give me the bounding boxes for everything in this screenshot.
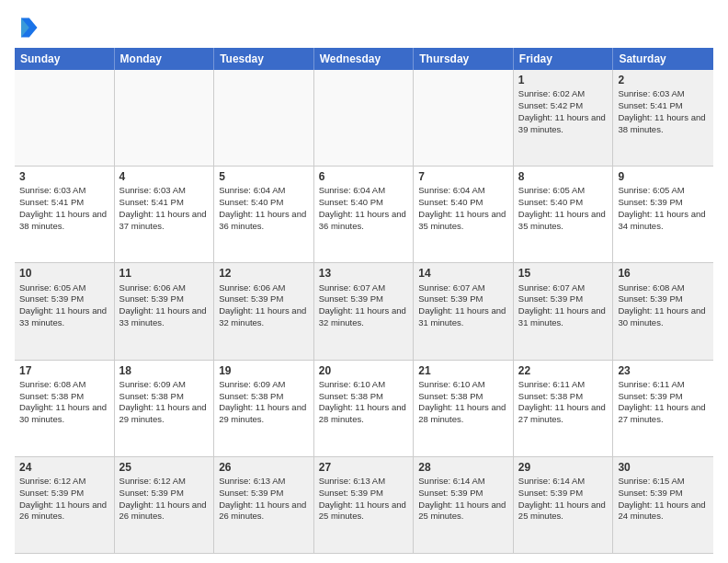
calendar-day: 11Sunrise: 6:06 AM Sunset: 5:39 PM Dayli… [115, 263, 215, 360]
day-number: 24 [19, 460, 109, 475]
day-number: 21 [418, 363, 508, 378]
day-number: 12 [219, 266, 309, 281]
day-number: 25 [119, 460, 210, 475]
empty-cell [414, 70, 514, 167]
calendar-day: 28Sunrise: 6:14 AM Sunset: 5:39 PM Dayli… [414, 457, 514, 554]
calendar-day: 2Sunrise: 6:03 AM Sunset: 5:41 PM Daylig… [613, 70, 713, 167]
calendar-day: 16Sunrise: 6:08 AM Sunset: 5:39 PM Dayli… [613, 263, 713, 360]
calendar-day: 20Sunrise: 6:10 AM Sunset: 5:38 PM Dayli… [314, 361, 415, 457]
calendar-day: 8Sunrise: 6:05 AM Sunset: 5:40 PM Daylig… [514, 167, 614, 263]
day-number: 9 [618, 169, 709, 184]
weekday-header: Sunday [15, 48, 115, 70]
calendar-day: 14Sunrise: 6:07 AM Sunset: 5:39 PM Dayli… [414, 263, 514, 360]
day-info: Sunrise: 6:10 AM Sunset: 5:38 PM Dayligh… [418, 379, 506, 424]
calendar-day: 4Sunrise: 6:03 AM Sunset: 5:41 PM Daylig… [115, 167, 215, 263]
calendar-day: 19Sunrise: 6:09 AM Sunset: 5:38 PM Dayli… [214, 361, 314, 457]
day-number: 11 [119, 266, 210, 281]
weekday-header: Wednesday [314, 48, 415, 70]
day-number: 13 [319, 266, 409, 281]
day-info: Sunrise: 6:07 AM Sunset: 5:39 PM Dayligh… [518, 282, 606, 327]
day-number: 26 [219, 460, 309, 475]
day-info: Sunrise: 6:11 AM Sunset: 5:38 PM Dayligh… [518, 379, 606, 424]
day-number: 10 [19, 266, 109, 281]
calendar-day: 6Sunrise: 6:04 AM Sunset: 5:40 PM Daylig… [314, 167, 415, 263]
day-info: Sunrise: 6:14 AM Sunset: 5:39 PM Dayligh… [418, 476, 506, 521]
calendar-day: 1Sunrise: 6:02 AM Sunset: 5:42 PM Daylig… [514, 70, 614, 167]
calendar-day: 3Sunrise: 6:03 AM Sunset: 5:41 PM Daylig… [15, 167, 115, 263]
calendar-day: 23Sunrise: 6:11 AM Sunset: 5:39 PM Dayli… [613, 361, 713, 457]
weekday-header: Tuesday [214, 48, 314, 70]
calendar-day: 30Sunrise: 6:15 AM Sunset: 5:39 PM Dayli… [613, 457, 713, 554]
day-info: Sunrise: 6:10 AM Sunset: 5:38 PM Dayligh… [319, 379, 406, 424]
day-info: Sunrise: 6:13 AM Sunset: 5:39 PM Dayligh… [219, 476, 306, 521]
day-info: Sunrise: 6:07 AM Sunset: 5:39 PM Dayligh… [418, 282, 506, 327]
day-info: Sunrise: 6:06 AM Sunset: 5:39 PM Dayligh… [219, 282, 306, 327]
day-number: 15 [518, 266, 609, 281]
header [15, 15, 713, 40]
day-info: Sunrise: 6:03 AM Sunset: 5:41 PM Dayligh… [19, 185, 107, 230]
calendar-body: 1Sunrise: 6:02 AM Sunset: 5:42 PM Daylig… [15, 70, 713, 554]
day-number: 27 [319, 460, 409, 475]
calendar-day: 21Sunrise: 6:10 AM Sunset: 5:38 PM Dayli… [414, 361, 514, 457]
day-info: Sunrise: 6:06 AM Sunset: 5:39 PM Dayligh… [119, 282, 207, 327]
day-info: Sunrise: 6:12 AM Sunset: 5:39 PM Dayligh… [19, 476, 107, 521]
day-number: 5 [219, 169, 309, 184]
day-number: 18 [119, 363, 210, 378]
calendar-day: 25Sunrise: 6:12 AM Sunset: 5:39 PM Dayli… [115, 457, 215, 554]
empty-cell [115, 70, 215, 167]
day-info: Sunrise: 6:05 AM Sunset: 5:40 PM Dayligh… [518, 185, 606, 230]
calendar-day: 5Sunrise: 6:04 AM Sunset: 5:40 PM Daylig… [214, 167, 314, 263]
page: SundayMondayTuesdayWednesdayThursdayFrid… [0, 0, 728, 563]
day-number: 7 [418, 169, 508, 184]
day-number: 29 [518, 460, 609, 475]
day-number: 6 [319, 169, 409, 184]
day-info: Sunrise: 6:02 AM Sunset: 5:42 PM Dayligh… [518, 88, 606, 133]
weekday-header: Monday [115, 48, 215, 70]
calendar-day: 26Sunrise: 6:13 AM Sunset: 5:39 PM Dayli… [214, 457, 314, 554]
calendar-day: 24Sunrise: 6:12 AM Sunset: 5:39 PM Dayli… [15, 457, 115, 554]
calendar-day: 13Sunrise: 6:07 AM Sunset: 5:39 PM Dayli… [314, 263, 415, 360]
day-number: 4 [119, 169, 210, 184]
calendar-day: 15Sunrise: 6:07 AM Sunset: 5:39 PM Dayli… [514, 263, 614, 360]
weekday-header: Friday [514, 48, 614, 70]
weekday-header: Saturday [613, 48, 713, 70]
day-info: Sunrise: 6:11 AM Sunset: 5:39 PM Dayligh… [618, 379, 705, 424]
day-info: Sunrise: 6:12 AM Sunset: 5:39 PM Dayligh… [119, 476, 207, 521]
day-number: 1 [518, 73, 609, 87]
day-info: Sunrise: 6:04 AM Sunset: 5:40 PM Dayligh… [319, 185, 406, 230]
day-info: Sunrise: 6:13 AM Sunset: 5:39 PM Dayligh… [319, 476, 406, 521]
day-info: Sunrise: 6:08 AM Sunset: 5:38 PM Dayligh… [19, 379, 107, 424]
day-number: 17 [19, 363, 109, 378]
day-info: Sunrise: 6:08 AM Sunset: 5:39 PM Dayligh… [618, 282, 705, 327]
day-number: 3 [19, 169, 109, 184]
day-info: Sunrise: 6:04 AM Sunset: 5:40 PM Dayligh… [219, 185, 306, 230]
day-number: 2 [618, 73, 709, 87]
empty-cell [314, 70, 415, 167]
day-info: Sunrise: 6:09 AM Sunset: 5:38 PM Dayligh… [119, 379, 207, 424]
weekday-header: Thursday [414, 48, 514, 70]
calendar-day: 22Sunrise: 6:11 AM Sunset: 5:38 PM Dayli… [514, 361, 614, 457]
day-info: Sunrise: 6:03 AM Sunset: 5:41 PM Dayligh… [119, 185, 207, 230]
calendar: SundayMondayTuesdayWednesdayThursdayFrid… [15, 48, 713, 554]
day-info: Sunrise: 6:07 AM Sunset: 5:39 PM Dayligh… [319, 282, 406, 327]
day-number: 30 [618, 460, 709, 475]
day-info: Sunrise: 6:05 AM Sunset: 5:39 PM Dayligh… [19, 282, 107, 327]
day-info: Sunrise: 6:04 AM Sunset: 5:40 PM Dayligh… [418, 185, 506, 230]
day-number: 22 [518, 363, 609, 378]
empty-cell [15, 70, 115, 167]
logo [15, 15, 44, 40]
day-number: 16 [618, 266, 709, 281]
logo-icon [15, 15, 40, 40]
day-number: 23 [618, 363, 709, 378]
calendar-day: 17Sunrise: 6:08 AM Sunset: 5:38 PM Dayli… [15, 361, 115, 457]
calendar-day: 27Sunrise: 6:13 AM Sunset: 5:39 PM Dayli… [314, 457, 415, 554]
empty-cell [214, 70, 314, 167]
day-number: 14 [418, 266, 508, 281]
calendar-day: 18Sunrise: 6:09 AM Sunset: 5:38 PM Dayli… [115, 361, 215, 457]
calendar-header: SundayMondayTuesdayWednesdayThursdayFrid… [15, 48, 713, 70]
calendar-day: 29Sunrise: 6:14 AM Sunset: 5:39 PM Dayli… [514, 457, 614, 554]
day-info: Sunrise: 6:15 AM Sunset: 5:39 PM Dayligh… [618, 476, 705, 521]
calendar-day: 12Sunrise: 6:06 AM Sunset: 5:39 PM Dayli… [214, 263, 314, 360]
calendar-day: 9Sunrise: 6:05 AM Sunset: 5:39 PM Daylig… [613, 167, 713, 263]
calendar-day: 10Sunrise: 6:05 AM Sunset: 5:39 PM Dayli… [15, 263, 115, 360]
